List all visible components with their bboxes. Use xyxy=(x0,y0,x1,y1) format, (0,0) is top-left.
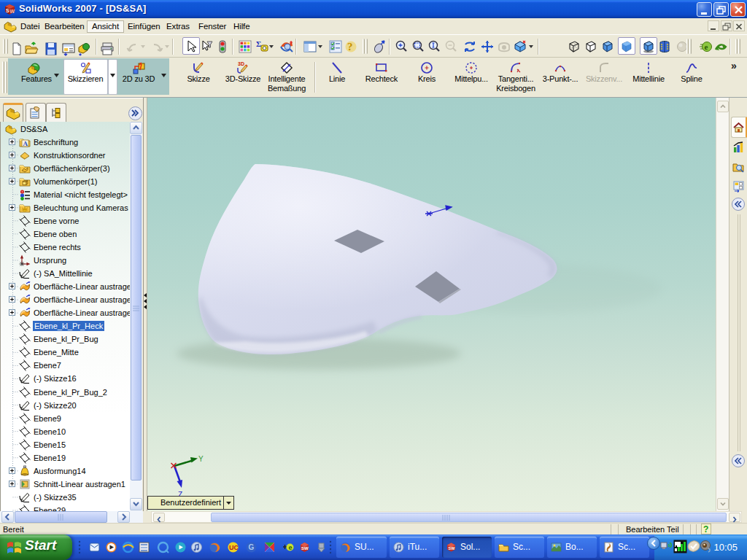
svg-text:?: ? xyxy=(347,41,353,52)
svg-text:SW: SW xyxy=(301,546,309,551)
svg-text:S: S xyxy=(6,8,9,13)
svg-text:SW: SW xyxy=(449,546,456,551)
svg-text:UC: UC xyxy=(229,544,239,551)
svg-text:W: W xyxy=(10,9,15,14)
svg-text:Σ: Σ xyxy=(256,39,261,48)
svg-text:Y: Y xyxy=(198,455,204,463)
svg-text:3D: 3D xyxy=(238,61,244,66)
svg-text:e: e xyxy=(289,544,293,551)
svg-text:G: G xyxy=(249,543,255,551)
svg-text:e: e xyxy=(705,42,708,51)
